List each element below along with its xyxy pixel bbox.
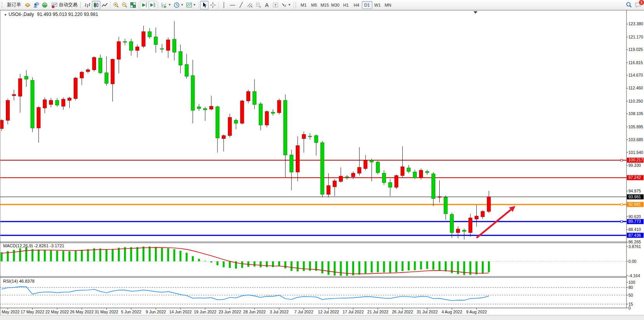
- timeframe-button-H4[interactable]: H4: [351, 1, 362, 9]
- svg-text:119.025: 119.025: [628, 47, 643, 52]
- svg-text:105.895: 105.895: [628, 124, 643, 129]
- timeframe-button-M5[interactable]: M5: [309, 1, 319, 9]
- vertical-line-button[interactable]: │: [220, 1, 228, 9]
- bar-chart-button[interactable]: [83, 1, 92, 9]
- auto-trading-label: 自动交易: [59, 2, 77, 8]
- auto-trading-button[interactable]: 自动交易: [49, 1, 80, 9]
- zoom-in-button[interactable]: [112, 1, 120, 9]
- svg-text:23 Jun 2022: 23 Jun 2022: [219, 310, 241, 314]
- timeframe-button-MN[interactable]: MN: [383, 1, 393, 9]
- svg-text:90.620: 90.620: [628, 214, 641, 219]
- svg-text:-4.164: -4.164: [628, 273, 640, 278]
- svg-text:3 Jul 2022: 3 Jul 2022: [270, 310, 289, 314]
- candlestick-chart-button[interactable]: [92, 1, 100, 9]
- svg-text:17 May 2022: 17 May 2022: [21, 310, 44, 314]
- group-grip: [295, 2, 297, 8]
- svg-text:26 May 2022: 26 May 2022: [70, 310, 94, 314]
- chart-window: 123.380121.170119.025116.815114.670112.4…: [0, 10, 644, 320]
- svg-text:97.242: 97.242: [628, 175, 641, 180]
- new-order-button[interactable]: 新订单: [5, 1, 23, 9]
- timeframe-group: M1M5M15M30H1H4D1W1MN: [298, 1, 393, 9]
- timeframe-button-W1[interactable]: W1: [372, 1, 383, 9]
- svg-text:92.681: 92.681: [628, 202, 641, 206]
- timeframe-button-D1[interactable]: D1: [362, 1, 372, 9]
- templates-button[interactable]: ▼: [185, 1, 197, 9]
- separator: [218, 2, 219, 9]
- toolbar: 新订单 自动交易: [0, 0, 644, 10]
- signals-icon[interactable]: [40, 1, 49, 9]
- svg-text:121.170: 121.170: [628, 35, 643, 39]
- svg-text:12 Jul 2022: 12 Jul 2022: [318, 310, 339, 314]
- chevron-down-icon: ▼: [181, 3, 184, 7]
- notification-badge: 1: [639, 0, 644, 5]
- separator: [293, 2, 294, 9]
- periods-button[interactable]: ▼: [172, 1, 185, 9]
- svg-text:12 May 2022: 12 May 2022: [0, 310, 20, 314]
- svg-text:31 Jul 2022: 31 Jul 2022: [417, 310, 438, 314]
- timeframe-button-M30[interactable]: M30: [330, 1, 340, 9]
- line-chart-button[interactable]: [100, 1, 109, 9]
- svg-text:103.685: 103.685: [628, 137, 643, 142]
- cursor-button[interactable]: [200, 1, 209, 9]
- text-button[interactable]: A: [263, 1, 271, 9]
- svg-text:5 Jun 2022: 5 Jun 2022: [121, 310, 141, 314]
- svg-text:0: 0: [628, 306, 631, 310]
- equidistant-channel-button[interactable]: E: [246, 1, 254, 9]
- price-chart[interactable]: 123.380121.170119.025116.815114.670112.4…: [0, 10, 644, 320]
- svg-text:17 Jul 2022: 17 Jul 2022: [342, 310, 363, 314]
- search-icon[interactable]: [625, 1, 633, 9]
- svg-text:31 May 2022: 31 May 2022: [95, 310, 118, 314]
- svg-text:116.815: 116.815: [628, 60, 643, 65]
- separator: [110, 2, 111, 9]
- svg-text:100: 100: [628, 280, 635, 285]
- tile-windows-button[interactable]: [129, 1, 137, 9]
- separator: [198, 2, 199, 9]
- svg-text:101.540: 101.540: [628, 150, 643, 155]
- trendline-button[interactable]: ╱: [237, 1, 246, 9]
- zoom-out-button[interactable]: [120, 1, 129, 9]
- svg-text:T: T: [274, 3, 277, 7]
- chevron-down-icon: ▼: [193, 3, 196, 7]
- svg-text:3.8761: 3.8761: [628, 244, 641, 249]
- svg-text:19 Jun 2022: 19 Jun 2022: [194, 310, 216, 314]
- horizontal-line-button[interactable]: —: [228, 1, 237, 9]
- svg-text:0.00: 0.00: [628, 259, 637, 264]
- toolbar-grip: [2, 2, 4, 8]
- svg-text:94.975: 94.975: [628, 189, 641, 193]
- svg-text:26 Jul 2022: 26 Jul 2022: [392, 310, 413, 314]
- arrows-button[interactable]: ▼: [280, 1, 292, 9]
- svg-text:123.380: 123.380: [628, 21, 643, 26]
- svg-text:80: 80: [628, 285, 633, 290]
- separator: [139, 2, 139, 9]
- svg-text:14 Jun 2022: 14 Jun 2022: [169, 310, 192, 314]
- timeframe-button-M15[interactable]: M15: [319, 1, 330, 9]
- gold-box-icon[interactable]: [23, 1, 32, 9]
- svg-text:4 Aug 2022: 4 Aug 2022: [442, 310, 462, 314]
- separator: [158, 2, 159, 9]
- svg-text:E: E: [251, 5, 253, 8]
- svg-text:108.105: 108.105: [628, 111, 643, 116]
- svg-text:112.460: 112.460: [628, 86, 643, 90]
- group-grip: [80, 2, 82, 8]
- svg-text:99.330: 99.330: [628, 163, 641, 168]
- auto-scroll-button[interactable]: [140, 1, 149, 9]
- chevron-down-icon: ▼: [168, 3, 171, 7]
- fibonacci-button[interactable]: F: [254, 1, 263, 9]
- svg-text:89.773: 89.773: [628, 219, 641, 224]
- svg-text:9 Jun 2022: 9 Jun 2022: [146, 310, 166, 314]
- timeframe-button-H1[interactable]: H1: [341, 1, 351, 9]
- svg-text:114.670: 114.670: [628, 73, 643, 77]
- mql5-community-icon[interactable]: [32, 1, 40, 9]
- timeframe-button-M1[interactable]: M1: [298, 1, 309, 9]
- crosshair-button[interactable]: [209, 1, 217, 9]
- svg-text:87.436: 87.436: [628, 233, 641, 238]
- text-label-button[interactable]: T: [271, 1, 280, 9]
- notifications-button[interactable]: 1: [633, 1, 643, 9]
- chart-shift-button[interactable]: [149, 1, 157, 9]
- mt4-application: 新订单 自动交易: [0, 0, 644, 320]
- indicators-button[interactable]: ▼: [160, 1, 172, 9]
- svg-text:28 Jun 2022: 28 Jun 2022: [243, 310, 266, 314]
- svg-text:22 May 2022: 22 May 2022: [45, 310, 69, 314]
- auto-trading-icon: [51, 2, 58, 8]
- svg-text:F: F: [260, 5, 261, 8]
